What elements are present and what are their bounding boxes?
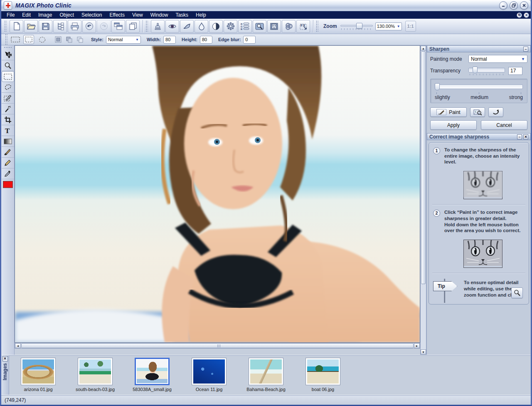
- selection-brush-tool[interactable]: [2, 93, 14, 104]
- images-tab[interactable]: ✕ Images: [1, 355, 9, 395]
- print-button[interactable]: [68, 20, 81, 33]
- vertical-scrollbar[interactable]: ▲ ▼: [420, 45, 426, 355]
- tip-zoom-button[interactable]: [511, 287, 523, 298]
- save-button[interactable]: [39, 20, 52, 33]
- zoom-level-select[interactable]: 130.00% ▼: [375, 22, 402, 30]
- selection-mode-add-button[interactable]: [64, 35, 74, 44]
- menu-help[interactable]: Help: [192, 12, 210, 18]
- rect-select-tool[interactable]: [2, 71, 14, 82]
- restore-button[interactable]: [510, 1, 518, 10]
- preview-zoom-button[interactable]: [253, 20, 266, 33]
- contrast-button[interactable]: [209, 20, 223, 33]
- red-eye-removal-button[interactable]: [165, 20, 179, 33]
- lasso-tool[interactable]: [2, 82, 14, 93]
- magic-wand-tool[interactable]: [2, 104, 14, 114]
- ellipse-selection-button[interactable]: [37, 35, 47, 44]
- foreground-color-swatch[interactable]: [3, 181, 13, 188]
- menu-object[interactable]: Object: [56, 12, 78, 18]
- open-file-button[interactable]: [24, 20, 38, 33]
- apply-button[interactable]: Apply: [430, 120, 477, 130]
- cascade-windows-button[interactable]: [111, 20, 125, 33]
- eyedropper-tool[interactable]: [2, 168, 14, 179]
- style-select[interactable]: Normal ▼: [106, 36, 141, 44]
- menu-image[interactable]: Image: [34, 12, 56, 18]
- thumbnail-arizona[interactable]: arizona 01.jpg: [20, 358, 57, 392]
- intensity-slider-thumb[interactable]: [435, 83, 440, 90]
- sharpen-minimize-button[interactable]: –: [523, 47, 528, 52]
- help-close-button[interactable]: ✕: [523, 134, 528, 139]
- menu-view[interactable]: View: [128, 12, 147, 18]
- rect-selection-wide-button[interactable]: [10, 35, 21, 44]
- zoom-tool[interactable]: [2, 60, 14, 71]
- batch-processing-button[interactable]: [53, 20, 67, 33]
- document-close-button[interactable]: ✕: [524, 12, 529, 18]
- brightness-button[interactable]: [224, 20, 237, 33]
- new-file-button[interactable]: [10, 20, 23, 33]
- clone-stamp-button[interactable]: [151, 20, 165, 33]
- help-minimize-button[interactable]: –: [517, 134, 522, 139]
- width-input[interactable]: 80: [163, 36, 176, 44]
- cancel-button[interactable]: Cancel: [481, 120, 527, 130]
- close-button[interactable]: [520, 1, 528, 10]
- thumbnail-ocean[interactable]: Ocean 11.jpg: [191, 358, 227, 392]
- zoom-slider[interactable]: [340, 22, 373, 30]
- toolbar-grip[interactable]: [5, 34, 7, 45]
- vertical-scroll-thumb[interactable]: [421, 51, 426, 284]
- menu-tasks[interactable]: Tasks: [172, 12, 192, 18]
- transparency-value-input[interactable]: 17: [508, 67, 522, 75]
- scroll-right-arrow[interactable]: ►: [414, 343, 420, 348]
- palette-grip[interactable]: [4, 47, 12, 49]
- transparency-slider[interactable]: [468, 66, 505, 75]
- toolbar-grip[interactable]: [316, 20, 318, 32]
- undo-step-button[interactable]: [488, 107, 503, 117]
- intensity-slider[interactable]: [435, 83, 523, 92]
- scroll-up-arrow[interactable]: ▲: [421, 46, 426, 51]
- portrait-button[interactable]: [267, 20, 281, 33]
- preview-button[interactable]: [470, 107, 485, 117]
- scroll-down-arrow[interactable]: ▼: [421, 349, 426, 354]
- effects-fx-button[interactable]: FX: [296, 20, 310, 33]
- crop-tool[interactable]: [2, 114, 14, 125]
- images-close-button[interactable]: ✕: [2, 356, 8, 361]
- menu-edit[interactable]: Edit: [18, 12, 34, 18]
- painting-mode-select[interactable]: Normal ▼: [468, 55, 527, 63]
- menu-window[interactable]: Window: [147, 12, 172, 18]
- thumbnail-boat[interactable]: boat 06.jpg: [305, 358, 341, 392]
- height-input[interactable]: 80: [200, 36, 212, 44]
- undo-button[interactable]: [82, 20, 96, 33]
- zoom-slider-thumb[interactable]: [356, 23, 362, 29]
- scroll-left-arrow[interactable]: ◄: [15, 343, 21, 348]
- text-tool[interactable]: T: [2, 125, 14, 136]
- minimize-button[interactable]: [499, 1, 507, 10]
- smudge-button[interactable]: [180, 20, 194, 33]
- water-drop-button[interactable]: [195, 20, 208, 33]
- brush-tool[interactable]: [2, 147, 14, 158]
- actual-size-button[interactable]: 1:1: [405, 21, 416, 32]
- document-restore-button[interactable]: ⧉: [517, 12, 522, 18]
- rect-selection-button[interactable]: [23, 35, 34, 44]
- horizontal-scroll-thumb[interactable]: [21, 343, 414, 348]
- menu-effects[interactable]: Effects: [106, 12, 128, 18]
- menu-selection[interactable]: Selection: [78, 12, 106, 18]
- rgb-levels-button[interactable]: RGB: [238, 20, 252, 33]
- thumbnail-image: [250, 359, 282, 384]
- redo-button[interactable]: [97, 20, 111, 33]
- edge-blur-input[interactable]: 0: [243, 36, 256, 44]
- thumbnail-583038a-selected[interactable]: 583038A_small.jpg: [134, 358, 170, 392]
- pencil-tool[interactable]: [2, 158, 14, 168]
- thumbnail-bahama-beach[interactable]: Bahama-Beach.jpg: [248, 358, 284, 392]
- image-canvas[interactable]: [15, 45, 420, 343]
- duplicate-button[interactable]: [126, 20, 140, 33]
- transparency-slider-thumb[interactable]: [473, 67, 478, 73]
- selection-mode-new-button[interactable]: [54, 35, 63, 44]
- thumbnail-south-beach[interactable]: south-beach-03.jpg: [77, 358, 113, 392]
- move-tool[interactable]: [2, 50, 14, 60]
- horizontal-scrollbar[interactable]: ◄ ►: [15, 343, 420, 349]
- gradient-tool[interactable]: [2, 136, 14, 147]
- toolbar-grip[interactable]: [145, 20, 148, 32]
- rings-button[interactable]: [282, 20, 296, 33]
- toolbar-grip[interactable]: [4, 20, 7, 32]
- paint-button[interactable]: Paint: [430, 107, 467, 117]
- menu-file[interactable]: File: [3, 12, 18, 18]
- selection-mode-subtract-button[interactable]: [75, 35, 84, 44]
